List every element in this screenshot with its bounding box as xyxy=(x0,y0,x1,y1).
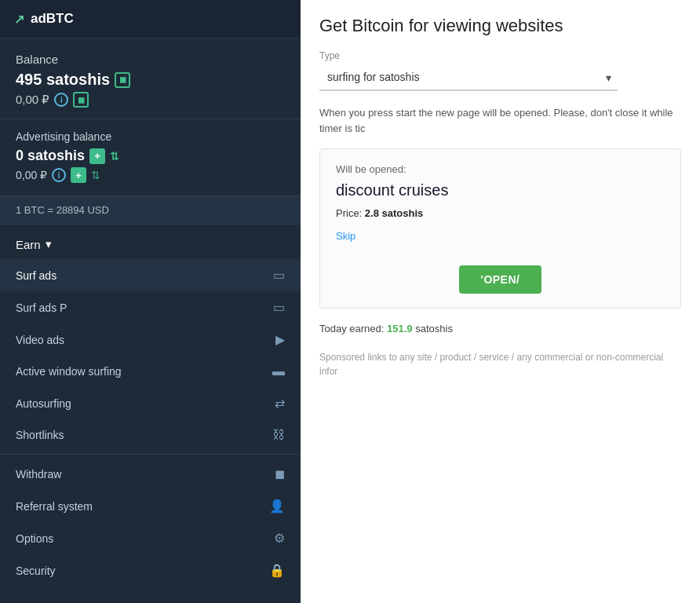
ad-card: Will be opened: discount cruises Price: … xyxy=(319,148,681,309)
ad-balance-rub-row: 0,00 ₽ i + ⇅ xyxy=(16,167,285,183)
balance-satoshis-value: 495 satoshis xyxy=(16,71,110,89)
ad-balance-info-icon[interactable]: i xyxy=(52,168,66,182)
balance-wallet-icon[interactable]: ◼ xyxy=(115,72,130,88)
skip-link[interactable]: Skip xyxy=(336,230,355,242)
type-label: Type xyxy=(319,50,681,61)
ad-balance-satoshis-row: 0 satoshis + ⇅ xyxy=(16,148,285,164)
ad-title: discount cruises xyxy=(336,181,665,199)
logo-arrow-icon: ↗ xyxy=(14,12,24,27)
ad-balance-satoshis-value: 0 satoshis xyxy=(16,148,85,164)
active-window-label: Active window surfing xyxy=(16,365,122,378)
balance-rub-wallet-icon[interactable]: ◼ xyxy=(73,92,89,108)
security-label: Security xyxy=(16,565,56,577)
monitor-p-icon: ▭ xyxy=(273,300,285,315)
today-earned-unit: satoshis xyxy=(415,323,453,334)
price-label: Price: xyxy=(336,207,362,219)
ad-balance-rub-transfer-icon[interactable]: ⇅ xyxy=(91,169,100,181)
type-select[interactable]: surfing for satoshis surfing for rubles xyxy=(319,64,618,91)
balance-info-icon[interactable]: i xyxy=(54,93,68,107)
earn-group-header[interactable]: Earn ▾ xyxy=(0,229,301,259)
today-earned-value: 151.9 xyxy=(387,323,413,334)
btc-rate: 1 BTC = 28894 USD xyxy=(0,196,301,225)
logo-text: adBTC xyxy=(31,11,74,27)
balance-label: Balance xyxy=(16,53,285,66)
sidebar-item-shortlinks[interactable]: Shortlinks ⛓ xyxy=(0,419,301,451)
will-be-opened-label: Will be opened: xyxy=(336,163,665,175)
surf-ads-p-label: Surf ads P xyxy=(16,302,67,314)
ad-balance-rub-value: 0,00 ₽ xyxy=(16,169,47,181)
today-earned: Today earned: 151.9 satoshis xyxy=(319,323,681,334)
options-label: Options xyxy=(16,532,53,545)
play-icon: ▶ xyxy=(275,332,285,347)
refresh-icon: ⇄ xyxy=(275,396,285,411)
sidebar-item-autosurfing[interactable]: Autosurfing ⇄ xyxy=(0,387,301,419)
ad-balance-rub-add-icon[interactable]: + xyxy=(71,167,86,183)
withdraw-label: Withdraw xyxy=(16,468,61,481)
shortlinks-label: Shortlinks xyxy=(16,429,64,441)
balance-rub-row: 0,00 ₽ i ◼ xyxy=(16,92,285,108)
ad-balance-add-icon[interactable]: + xyxy=(89,148,105,164)
sidebar-item-withdraw[interactable]: Withdraw ◼ xyxy=(0,458,301,490)
link-icon: ⛓ xyxy=(272,428,285,442)
ad-balance-section: Advertising balance 0 satoshis + ⇅ 0,00 … xyxy=(0,119,301,196)
wallet-icon: ◼ xyxy=(275,466,285,481)
sidebar-item-options[interactable]: Options ⚙ xyxy=(0,522,301,554)
price-value: 2.8 satoshis xyxy=(365,207,423,219)
ad-balance-label: Advertising balance xyxy=(16,130,285,143)
sidebar-header: ↗ adBTC xyxy=(0,0,301,38)
video-ads-label: Video ads xyxy=(16,334,64,346)
type-select-wrapper: surfing for satoshis surfing for rubles … xyxy=(319,64,618,91)
sidebar-item-video-ads[interactable]: Video ads ▶ xyxy=(0,323,301,356)
sidebar-item-security[interactable]: Security 🔒 xyxy=(0,554,301,587)
balance-satoshis-row: 495 satoshis ◼ xyxy=(16,71,285,89)
gear-icon: ⚙ xyxy=(274,531,285,546)
ad-balance-transfer-icon[interactable]: ⇅ xyxy=(110,150,119,163)
balance-section: Balance 495 satoshis ◼ 0,00 ₽ i ◼ xyxy=(0,38,301,119)
sidebar: ↗ adBTC Balance 495 satoshis ◼ 0,00 ₽ i … xyxy=(0,0,301,603)
nav-section: Earn ▾ Surf ads ▭ Surf ads P ▭ Video ads… xyxy=(0,225,301,591)
main-content: Get Bitcoin for viewing websites Type su… xyxy=(301,0,700,603)
balance-rub-value: 0,00 ₽ xyxy=(16,93,49,107)
sidebar-item-active-window[interactable]: Active window surfing ▬ xyxy=(0,356,301,387)
ad-price: Price: 2.8 satoshis xyxy=(336,207,665,219)
autosurfing-label: Autosurfing xyxy=(16,397,71,410)
referral-label: Referral system xyxy=(16,500,93,513)
person-icon: 👤 xyxy=(269,499,285,513)
monitor-icon: ▭ xyxy=(273,268,285,283)
sidebar-item-surf-ads-p[interactable]: Surf ads P ▭ xyxy=(0,291,301,323)
lock-icon: 🔒 xyxy=(269,563,285,578)
sidebar-item-referral[interactable]: Referral system 👤 xyxy=(0,490,301,522)
surf-ads-label: Surf ads xyxy=(16,269,57,282)
page-title: Get Bitcoin for viewing websites xyxy=(319,16,681,36)
info-text: When you press start the new page will b… xyxy=(319,105,681,136)
today-earned-label: Today earned: xyxy=(319,323,384,334)
window-icon: ▬ xyxy=(272,364,285,378)
earn-label: Earn xyxy=(16,238,41,251)
open-button[interactable]: 'OPEN/ xyxy=(459,265,542,294)
sponsored-text: Sponsored links to any site / product / … xyxy=(319,350,681,378)
nav-divider xyxy=(0,454,301,455)
sidebar-item-surf-ads[interactable]: Surf ads ▭ xyxy=(0,259,301,291)
chevron-down-icon: ▾ xyxy=(46,237,52,251)
